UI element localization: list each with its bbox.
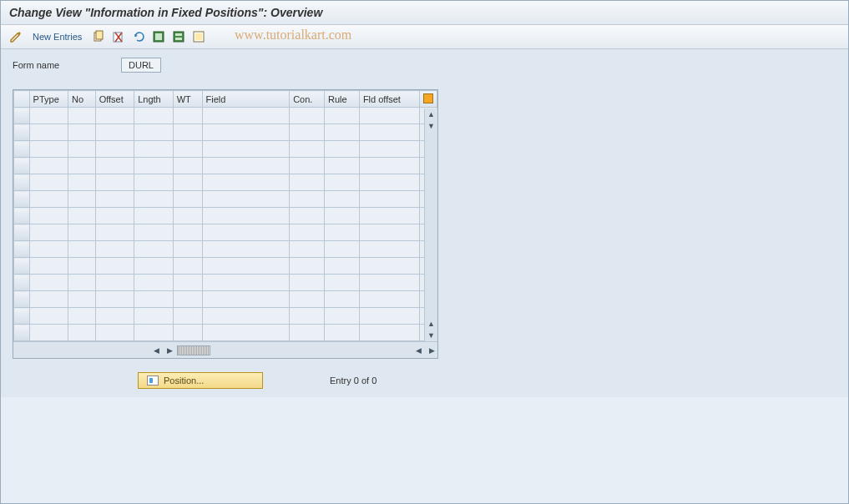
table-row[interactable]	[14, 191, 437, 208]
grid-cell[interactable]	[68, 124, 96, 141]
grid-configure-button[interactable]	[419, 91, 437, 108]
grid-cell[interactable]	[68, 308, 96, 325]
table-row[interactable]	[14, 174, 437, 191]
grid-cell[interactable]	[134, 124, 174, 141]
grid-cell[interactable]	[134, 141, 174, 158]
grid-cell[interactable]	[68, 174, 96, 191]
grid-cell[interactable]	[202, 325, 290, 341]
grid-cell[interactable]	[359, 291, 419, 308]
grid-cell[interactable]	[359, 275, 419, 291]
grid-cell[interactable]	[325, 108, 360, 124]
grid-cell[interactable]	[68, 141, 96, 158]
grid-cell[interactable]	[29, 141, 68, 158]
table-row[interactable]	[14, 158, 437, 174]
row-selector[interactable]	[14, 275, 30, 291]
hscroll-right2-icon[interactable]: ▶	[426, 345, 437, 356]
table-row[interactable]	[14, 208, 437, 224]
grid-cell[interactable]	[202, 258, 290, 275]
grid-cell[interactable]	[290, 224, 325, 241]
table-row[interactable]	[14, 308, 437, 325]
grid-cell[interactable]	[29, 224, 68, 241]
scroll-down-icon[interactable]: ▼	[426, 330, 437, 341]
grid-cell[interactable]	[173, 308, 202, 325]
grid-cell[interactable]	[134, 174, 174, 191]
grid-cell[interactable]	[68, 191, 96, 208]
grid-cell[interactable]	[325, 141, 360, 158]
row-selector[interactable]	[14, 308, 30, 325]
grid-corner[interactable]	[14, 91, 30, 108]
grid-cell[interactable]	[359, 224, 419, 241]
table-row[interactable]	[14, 141, 437, 158]
grid-cell[interactable]	[68, 275, 96, 291]
grid-cell[interactable]	[202, 158, 290, 174]
grid-cell[interactable]	[359, 191, 419, 208]
grid-cell[interactable]	[134, 241, 174, 258]
grid-cell[interactable]	[68, 258, 96, 275]
position-button[interactable]: Position...	[138, 372, 263, 389]
grid-cell[interactable]	[134, 258, 174, 275]
grid-cell[interactable]	[95, 174, 134, 191]
grid-cell[interactable]	[202, 275, 290, 291]
grid-cell[interactable]	[29, 291, 68, 308]
grid-cell[interactable]	[202, 124, 290, 141]
grid-cell[interactable]	[202, 174, 290, 191]
grid-cell[interactable]	[173, 158, 202, 174]
grid-cell[interactable]	[134, 291, 174, 308]
row-selector[interactable]	[14, 108, 30, 124]
grid-cell[interactable]	[29, 325, 68, 341]
grid-table[interactable]: PType No Offset Lngth WT Field Con. Rule…	[13, 90, 437, 341]
grid-cell[interactable]	[290, 141, 325, 158]
grid-cell[interactable]	[95, 308, 134, 325]
toggle-change-icon[interactable]	[8, 28, 24, 45]
grid-cell[interactable]	[202, 191, 290, 208]
grid-cell[interactable]	[290, 174, 325, 191]
grid-cell[interactable]	[68, 158, 96, 174]
grid-cell[interactable]	[95, 224, 134, 241]
grid-cell[interactable]	[290, 275, 325, 291]
grid-cell[interactable]	[325, 174, 360, 191]
grid-cell[interactable]	[325, 124, 360, 141]
undo-change-icon[interactable]	[130, 28, 147, 45]
vertical-scrollbar[interactable]: ▲ ▼ ▲ ▼	[424, 108, 437, 341]
grid-cell[interactable]	[202, 291, 290, 308]
grid-cell[interactable]	[359, 124, 419, 141]
row-selector[interactable]	[14, 291, 30, 308]
grid-cell[interactable]	[202, 141, 290, 158]
grid-cell[interactable]	[173, 258, 202, 275]
grid-cell[interactable]	[95, 258, 134, 275]
grid-cell[interactable]	[290, 191, 325, 208]
table-row[interactable]	[14, 224, 437, 241]
grid-cell[interactable]	[202, 224, 290, 241]
row-selector[interactable]	[14, 141, 30, 158]
hscroll-right-icon[interactable]: ▶	[164, 345, 175, 356]
grid-cell[interactable]	[95, 275, 134, 291]
col-ptype[interactable]: PType	[29, 91, 68, 108]
table-row[interactable]	[14, 275, 437, 291]
grid-cell[interactable]	[95, 108, 134, 124]
grid-cell[interactable]	[325, 275, 360, 291]
grid-cell[interactable]	[359, 325, 419, 341]
row-selector[interactable]	[14, 258, 30, 275]
grid-cell[interactable]	[95, 208, 134, 224]
grid-cell[interactable]	[68, 325, 96, 341]
grid-cell[interactable]	[68, 208, 96, 224]
delete-icon[interactable]	[110, 28, 127, 45]
grid-cell[interactable]	[29, 174, 68, 191]
grid-cell[interactable]	[173, 291, 202, 308]
row-selector[interactable]	[14, 174, 30, 191]
grid-cell[interactable]	[173, 325, 202, 341]
grid-cell[interactable]	[325, 291, 360, 308]
col-field[interactable]: Field	[202, 91, 290, 108]
scroll-up2-icon[interactable]: ▼	[426, 120, 437, 132]
grid-cell[interactable]	[325, 241, 360, 258]
grid-cell[interactable]	[359, 174, 419, 191]
grid-cell[interactable]	[290, 308, 325, 325]
new-entries-button[interactable]: New Entries	[28, 30, 87, 43]
grid-cell[interactable]	[29, 258, 68, 275]
hscroll-track[interactable]	[177, 345, 210, 355]
grid-cell[interactable]	[325, 208, 360, 224]
hscroll-left-icon[interactable]: ◀	[150, 345, 162, 356]
grid-cell[interactable]	[325, 224, 360, 241]
grid-cell[interactable]	[173, 124, 202, 141]
grid-cell[interactable]	[134, 191, 174, 208]
